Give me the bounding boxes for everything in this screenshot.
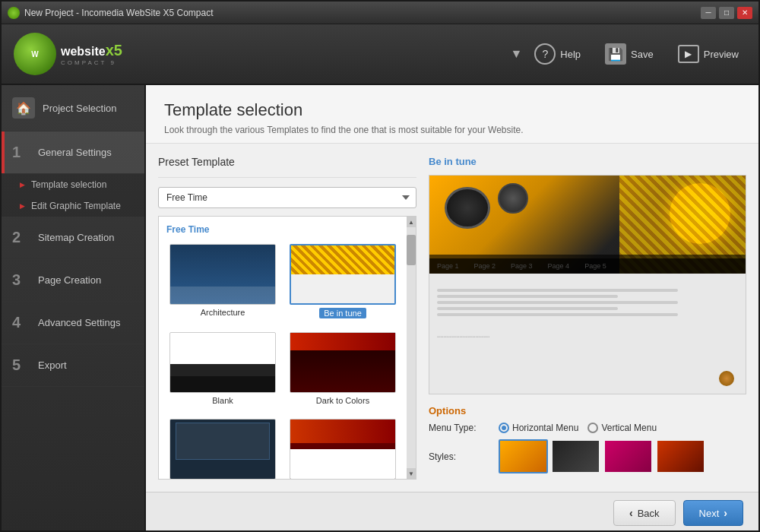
arrow-icon: ▶ <box>20 181 25 188</box>
thumb-visual-dark <box>290 333 395 392</box>
speaker-icon-right <box>498 183 528 214</box>
preview-line-5 <box>437 313 678 316</box>
nav-bar: Page 1 Page 2 Page 3 Page 4 Page 5 <box>429 258 746 274</box>
preview-label: Be in tune <box>429 156 746 167</box>
template-item-edomus[interactable]: eDomus <box>166 416 279 479</box>
preview-line-1 <box>437 289 678 292</box>
template-name-architecture: Architecture <box>201 308 245 317</box>
style-thumb-4[interactable] <box>656 439 705 473</box>
scrollbar-thumb[interactable] <box>407 235 416 265</box>
template-thumb-dark <box>290 332 396 393</box>
home-icon: 🏠 <box>12 97 35 119</box>
styles-row: Styles: <box>429 439 746 473</box>
preview-content-lines: ••••••••••••••••••••••••••••••••• <box>437 289 738 339</box>
preview-body: ••••••••••••••••••••••••••••••••• <box>429 274 746 394</box>
template-item-bein-tune[interactable]: Be in tune <box>287 241 399 321</box>
minimize-button[interactable]: ─ <box>701 7 716 19</box>
template-name-bein-tune: Be in tune <box>319 308 366 318</box>
template-grid-inner: Free Time Architecture <box>159 217 407 479</box>
close-button[interactable]: ✕ <box>737 7 752 19</box>
content-panel: Template selection Look through the vari… <box>146 85 758 532</box>
thumb-visual-elegant <box>290 420 395 479</box>
sidebar-item-project-selection[interactable]: 🏠 Project Selection <box>2 85 144 131</box>
nav-item-3: Page 3 <box>511 262 533 270</box>
sidebar-label-general: General Settings <box>38 147 112 158</box>
next-label: Next <box>699 508 720 519</box>
menu-type-label: Menu Type: <box>429 423 489 433</box>
dropdown-arrow[interactable]: ▼ <box>511 47 523 61</box>
next-arrow-icon: › <box>724 507 727 519</box>
sidebar-item-sitemap[interactable]: 2 Sitemap Creation <box>2 217 144 259</box>
style-visual-4 <box>657 441 704 472</box>
scrollbar-up-button[interactable]: ▲ <box>407 217 416 227</box>
sidebar-label-page: Page Creation <box>38 274 101 286</box>
preview-line-2 <box>437 295 618 298</box>
sidebar-item-export[interactable]: 5 Export <box>2 344 144 387</box>
style-thumb-3[interactable] <box>603 439 653 473</box>
maximize-button[interactable]: □ <box>719 7 734 19</box>
vertical-menu-option[interactable]: Vertical Menu <box>587 423 657 433</box>
style-thumb-2[interactable] <box>551 439 600 473</box>
help-button[interactable]: ? Help <box>527 39 588 69</box>
sidebar: 🏠 Project Selection 1 General Settings ▶… <box>2 85 146 532</box>
app-layout: W websitex5 COMPACT 9 ▼ ? Help 💾 Save ▶ … <box>2 24 758 532</box>
save-label: Save <box>631 49 654 60</box>
save-icon: 💾 <box>605 43 626 65</box>
back-button[interactable]: ‹ Back <box>613 500 676 526</box>
vertical-radio[interactable] <box>587 423 598 433</box>
template-item-elegant[interactable]: Elegant <box>287 416 399 479</box>
sidebar-num-3: 3 <box>12 271 30 289</box>
active-indicator <box>2 131 5 173</box>
template-thumb-blank <box>169 332 276 393</box>
brand-edition: COMPACT 9 <box>61 59 122 66</box>
styles-label: Styles: <box>429 451 489 462</box>
sidebar-subitem-edit-graphic[interactable]: ▶ Edit Graphic Template <box>2 195 144 217</box>
template-thumb-bein-tune <box>290 244 396 305</box>
circle-decoration <box>719 371 734 386</box>
horizontal-menu-option[interactable]: Horizontal Menu <box>499 423 578 433</box>
menu-type-row: Menu Type: Horizontal Menu Vertical Menu <box>429 423 746 433</box>
preview-label: Preview <box>704 49 739 60</box>
title-bar: New Project - Incomedia WebSite X5 Compa… <box>2 2 758 24</box>
thumb-visual-blank <box>170 364 275 393</box>
vertical-label: Vertical Menu <box>601 423 657 433</box>
template-item-blank[interactable]: Blank <box>166 329 279 408</box>
sidebar-subitem-template[interactable]: ▶ Template selection <box>2 174 144 195</box>
template-item-dark-to-colors[interactable]: Dark to Colors <box>287 329 399 408</box>
preset-label: Preset Template <box>158 156 416 168</box>
template-scrollbar[interactable]: ▲ ▼ <box>407 217 416 479</box>
sidebar-num-4: 4 <box>12 314 30 331</box>
arrow-icon-2: ▶ <box>20 202 25 210</box>
speaker-icon-left <box>445 187 490 229</box>
preview-header: Page 1 Page 2 Page 3 Page 4 Page 5 <box>429 176 746 274</box>
template-left-panel: Preset Template All Categories Business … <box>158 156 416 480</box>
help-label: Help <box>560 49 581 60</box>
brand-text: websitex5 COMPACT 9 <box>61 42 122 66</box>
style-thumbs <box>499 439 705 473</box>
horizontal-radio[interactable] <box>499 423 509 433</box>
logo-area: W websitex5 COMPACT 9 <box>14 33 122 75</box>
preview-line-4 <box>437 307 618 310</box>
save-button[interactable]: 💾 Save <box>597 39 661 69</box>
style-thumb-1[interactable] <box>499 439 548 473</box>
sidebar-num-2: 2 <box>12 229 30 246</box>
sidebar-num-1: 1 <box>12 144 30 161</box>
style-visual-2 <box>553 441 599 472</box>
preview-button[interactable]: ▶ Preview <box>670 40 746 68</box>
sidebar-item-page-creation[interactable]: 3 Page Creation <box>2 259 144 302</box>
sidebar-item-advanced-settings[interactable]: 4 Advanced Settings <box>2 302 144 344</box>
scrollbar-down-button[interactable]: ▼ <box>407 468 416 479</box>
template-thumb-edomus <box>169 419 276 479</box>
template-name-dark: Dark to Colors <box>316 396 369 405</box>
thumb-visual-architecture <box>170 245 275 304</box>
sidebar-num-5: 5 <box>12 356 30 374</box>
template-item-architecture[interactable]: Architecture <box>166 241 279 321</box>
template-thumb-elegant <box>290 419 396 479</box>
big-preview: Page 1 Page 2 Page 3 Page 4 Page 5 <box>429 176 746 394</box>
next-button[interactable]: Next › <box>683 500 743 526</box>
dot-decoration: ••••••••••••••••••••••••••••••••• <box>437 334 589 339</box>
app-icon <box>8 7 20 19</box>
category-select[interactable]: All Categories Business Personal Portfol… <box>158 187 416 208</box>
sidebar-item-general-settings[interactable]: 1 General Settings <box>2 131 144 174</box>
thumb-visual-bein-tune <box>291 245 394 303</box>
